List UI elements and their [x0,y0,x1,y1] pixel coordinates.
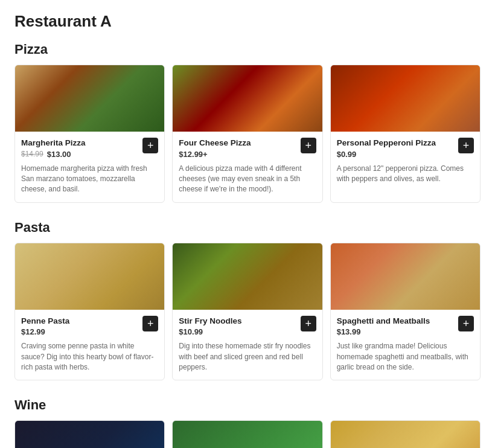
item-body-margherita: Margherita Pizza$14.99$13.00+Homemade ma… [15,132,164,202]
item-card-four-cheese: Four Cheese Pizza$12.99++A delicious piz… [172,65,322,203]
item-name-pepperoni: Personal Pepperoni Pizza [337,138,455,149]
main-content: PizzaMargherita Pizza$14.99$13.00+Homema… [14,42,481,448]
item-card-penne: Penne Pasta$12.99+Craving some penne pas… [14,243,165,381]
item-image-penne [15,243,164,310]
item-card-carlsberg: Carlsberg$14.00+Lorem ipsum dolor sit am… [172,420,322,448]
add-button-penne[interactable]: + [142,316,158,331]
item-name-stir-fry: Stir Fry Noodles [179,316,296,327]
item-body-pepperoni: Personal Pepperoni Pizza$0.99+A personal… [331,132,480,202]
item-header-penne: Penne Pasta$12.99+ [21,316,158,337]
add-button-margherita[interactable]: + [142,138,158,153]
item-desc-pepperoni: A personal 12" pepperoni pizza. Comes wi… [337,164,474,185]
item-name-four-cheese: Four Cheese Pizza [179,138,296,149]
section-title-pizza: Pizza [14,42,481,57]
item-image-stir-fry [173,243,322,310]
item-price-pepperoni: $0.99 [337,150,357,159]
item-image-spaghetti [331,243,480,310]
item-price-penne: $12.99 [21,327,45,336]
page-title: Restaurant A [14,12,481,31]
section-pasta: PastaPenne Pasta$12.99+Craving some penn… [14,220,481,381]
item-body-four-cheese: Four Cheese Pizza$12.99++A delicious piz… [173,132,322,202]
item-image-duff-beer [15,421,164,448]
item-card-spaghetti: Spaghetti and Meatballs$13.99+Just like … [330,243,481,381]
add-button-four-cheese[interactable]: + [301,138,316,153]
add-button-stir-fry[interactable]: + [301,316,316,331]
section-title-wine: Wine [14,397,481,413]
item-price-stir-fry: $10.99 [179,327,203,336]
item-original-price-margherita: $14.99 [21,150,43,158]
item-name-penne: Penne Pasta [21,316,139,327]
item-header-spaghetti: Spaghetti and Meatballs$13.99+ [337,316,474,337]
item-card-stir-fry: Stir Fry Noodles$10.99+Dig into these ho… [172,243,322,381]
section-pizza: PizzaMargherita Pizza$14.99$13.00+Homema… [14,42,481,203]
item-price-four-cheese: $12.99+ [179,150,207,159]
item-image-margherita [15,65,164,132]
item-image-10-barrel [331,421,480,448]
item-image-four-cheese [173,65,322,132]
items-grid-pasta: Penne Pasta$12.99+Craving some penne pas… [14,243,481,381]
item-name-margherita: Margherita Pizza [21,138,139,149]
item-desc-spaghetti: Just like grandma made! Delicious homema… [337,341,474,373]
items-grid-pizza: Margherita Pizza$14.99$13.00+Homemade ma… [14,65,481,203]
item-card-margherita: Margherita Pizza$14.99$13.00+Homemade ma… [14,65,165,203]
item-header-stir-fry: Stir Fry Noodles$10.99+ [179,316,316,337]
item-price-spaghetti: $13.99 [337,327,361,336]
item-price-margherita: $13.00 [47,150,71,159]
section-wine: WineDuff Beer$9.00+Lorem ipsum dolor sit… [14,397,481,448]
item-desc-stir-fry: Dig into these homemade stir fry noodles… [179,341,316,373]
item-card-10-barrel: 10 Barrel$13.00+Lorem ipsum dolor sit am… [330,420,481,448]
section-title-pasta: Pasta [14,220,481,235]
add-button-pepperoni[interactable]: + [458,138,474,153]
item-header-four-cheese: Four Cheese Pizza$12.99++ [179,138,316,159]
item-header-pepperoni: Personal Pepperoni Pizza$0.99+ [337,138,474,159]
add-button-spaghetti[interactable]: + [458,316,474,331]
item-card-pepperoni: Personal Pepperoni Pizza$0.99+A personal… [330,65,481,203]
item-desc-four-cheese: A delicious pizza made with 4 different … [179,164,316,195]
item-body-spaghetti: Spaghetti and Meatballs$13.99+Just like … [331,310,480,380]
item-image-carlsberg [173,421,322,448]
item-image-pepperoni [331,65,480,132]
item-desc-penne: Craving some penne pasta in white sauce?… [21,341,158,373]
item-body-penne: Penne Pasta$12.99+Craving some penne pas… [15,310,164,380]
item-header-margherita: Margherita Pizza$14.99$13.00+ [21,138,158,159]
item-name-spaghetti: Spaghetti and Meatballs [337,316,455,327]
items-grid-wine: Duff Beer$9.00+Lorem ipsum dolor sit ame… [14,420,481,448]
item-card-duff-beer: Duff Beer$9.00+Lorem ipsum dolor sit ame… [14,420,165,448]
item-body-stir-fry: Stir Fry Noodles$10.99+Dig into these ho… [173,310,322,380]
item-desc-margherita: Homemade margherita pizza with fresh San… [21,164,158,195]
